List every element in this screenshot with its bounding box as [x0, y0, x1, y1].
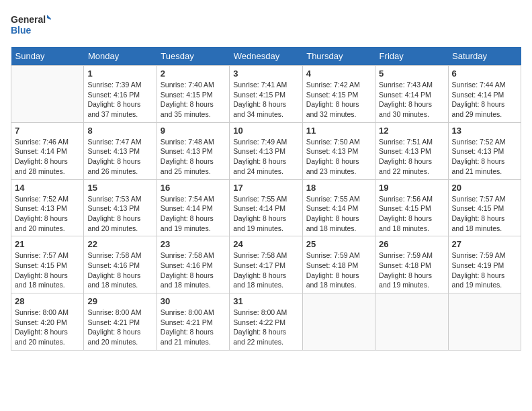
logo: General Blue: [11, 11, 51, 39]
calendar-cell: 6Sunrise: 7:44 AM Sunset: 4:14 PM Daylig…: [448, 66, 521, 123]
calendar-cell: 7Sunrise: 7:46 AM Sunset: 4:14 PM Daylig…: [11, 122, 84, 179]
day-number: 12: [379, 126, 444, 136]
calendar-cell: 14Sunrise: 7:52 AM Sunset: 4:13 PM Dayli…: [11, 179, 84, 236]
calendar-cell: 8Sunrise: 7:47 AM Sunset: 4:13 PM Daylig…: [84, 122, 157, 179]
calendar-cell: 19Sunrise: 7:56 AM Sunset: 4:15 PM Dayli…: [375, 179, 448, 236]
calendar-cell: 17Sunrise: 7:55 AM Sunset: 4:14 PM Dayli…: [230, 179, 302, 236]
svg-text:Blue: Blue: [11, 25, 32, 36]
day-number: 5: [379, 68, 444, 79]
day-info: Sunrise: 7:41 AM Sunset: 4:15 PM Dayligh…: [233, 80, 298, 120]
day-number: 16: [161, 183, 226, 193]
day-number: 1: [87, 68, 152, 79]
day-info: Sunrise: 7:43 AM Sunset: 4:14 PM Dayligh…: [379, 80, 444, 120]
day-info: Sunrise: 7:47 AM Sunset: 4:13 PM Dayligh…: [87, 137, 152, 177]
calendar-week-1: 1Sunrise: 7:39 AM Sunset: 4:16 PM Daylig…: [11, 66, 521, 123]
calendar-cell: 23Sunrise: 7:58 AM Sunset: 4:16 PM Dayli…: [157, 236, 229, 293]
weekday-header-thursday: Thursday: [302, 47, 375, 66]
calendar-cell: 24Sunrise: 7:58 AM Sunset: 4:17 PM Dayli…: [230, 236, 302, 293]
calendar-cell: 5Sunrise: 7:43 AM Sunset: 4:14 PM Daylig…: [375, 66, 448, 123]
day-number: 7: [15, 126, 80, 136]
day-info: Sunrise: 8:00 AM Sunset: 4:21 PM Dayligh…: [87, 308, 152, 347]
calendar-week-2: 7Sunrise: 7:46 AM Sunset: 4:14 PM Daylig…: [11, 122, 521, 179]
calendar-cell: 9Sunrise: 7:48 AM Sunset: 4:13 PM Daylig…: [157, 122, 229, 179]
day-number: 9: [161, 126, 226, 136]
day-info: Sunrise: 7:59 AM Sunset: 4:19 PM Dayligh…: [452, 250, 517, 290]
calendar-cell: [302, 293, 375, 351]
day-number: 20: [452, 183, 517, 193]
calendar-cell: [11, 66, 84, 123]
logo-svg: General Blue: [11, 11, 51, 39]
day-number: 23: [161, 239, 226, 249]
calendar-cell: 3Sunrise: 7:41 AM Sunset: 4:15 PM Daylig…: [230, 66, 302, 123]
calendar-cell: 18Sunrise: 7:55 AM Sunset: 4:14 PM Dayli…: [302, 179, 375, 236]
day-info: Sunrise: 7:58 AM Sunset: 4:16 PM Dayligh…: [87, 250, 152, 290]
calendar-cell: 21Sunrise: 7:57 AM Sunset: 4:15 PM Dayli…: [11, 236, 84, 293]
day-info: Sunrise: 7:51 AM Sunset: 4:13 PM Dayligh…: [379, 137, 444, 177]
day-number: 27: [452, 239, 517, 249]
calendar-cell: 2Sunrise: 7:40 AM Sunset: 4:15 PM Daylig…: [157, 66, 229, 123]
calendar-table: SundayMondayTuesdayWednesdayThursdayFrid…: [11, 47, 521, 351]
calendar-cell: 28Sunrise: 8:00 AM Sunset: 4:20 PM Dayli…: [11, 293, 84, 351]
calendar-week-4: 21Sunrise: 7:57 AM Sunset: 4:15 PM Dayli…: [11, 236, 521, 293]
calendar-cell: 30Sunrise: 8:00 AM Sunset: 4:21 PM Dayli…: [157, 293, 229, 351]
calendar-cell: 4Sunrise: 7:42 AM Sunset: 4:15 PM Daylig…: [302, 66, 375, 123]
day-number: 18: [306, 183, 371, 193]
calendar-cell: [448, 293, 521, 351]
day-info: Sunrise: 8:00 AM Sunset: 4:21 PM Dayligh…: [161, 308, 226, 347]
day-number: 25: [306, 239, 371, 249]
calendar-cell: 1Sunrise: 7:39 AM Sunset: 4:16 PM Daylig…: [84, 66, 157, 123]
day-info: Sunrise: 7:58 AM Sunset: 4:16 PM Dayligh…: [161, 250, 226, 290]
day-info: Sunrise: 7:53 AM Sunset: 4:13 PM Dayligh…: [87, 194, 152, 234]
calendar-cell: 13Sunrise: 7:52 AM Sunset: 4:13 PM Dayli…: [448, 122, 521, 179]
day-info: Sunrise: 7:54 AM Sunset: 4:14 PM Dayligh…: [161, 194, 226, 234]
day-info: Sunrise: 7:58 AM Sunset: 4:17 PM Dayligh…: [233, 250, 298, 290]
day-number: 14: [15, 183, 80, 193]
calendar-cell: 25Sunrise: 7:59 AM Sunset: 4:18 PM Dayli…: [302, 236, 375, 293]
day-info: Sunrise: 7:42 AM Sunset: 4:15 PM Dayligh…: [306, 80, 371, 120]
day-number: 11: [306, 126, 371, 136]
day-info: Sunrise: 7:40 AM Sunset: 4:15 PM Dayligh…: [161, 80, 226, 120]
calendar-cell: 11Sunrise: 7:50 AM Sunset: 4:13 PM Dayli…: [302, 122, 375, 179]
day-info: Sunrise: 7:56 AM Sunset: 4:15 PM Dayligh…: [379, 194, 444, 234]
day-info: Sunrise: 8:00 AM Sunset: 4:20 PM Dayligh…: [15, 308, 80, 347]
day-info: Sunrise: 7:55 AM Sunset: 4:14 PM Dayligh…: [233, 194, 298, 234]
day-info: Sunrise: 7:48 AM Sunset: 4:13 PM Dayligh…: [161, 137, 226, 177]
day-number: 13: [452, 126, 517, 136]
day-number: 2: [161, 68, 226, 79]
weekday-header-sunday: Sunday: [11, 47, 84, 66]
calendar-cell: 27Sunrise: 7:59 AM Sunset: 4:19 PM Dayli…: [448, 236, 521, 293]
calendar-body: 1Sunrise: 7:39 AM Sunset: 4:16 PM Daylig…: [11, 66, 521, 351]
day-info: Sunrise: 7:44 AM Sunset: 4:14 PM Dayligh…: [452, 80, 517, 120]
calendar-cell: 26Sunrise: 7:59 AM Sunset: 4:18 PM Dayli…: [375, 236, 448, 293]
svg-marker-2: [47, 15, 51, 20]
day-number: 4: [306, 68, 371, 79]
day-info: Sunrise: 7:49 AM Sunset: 4:13 PM Dayligh…: [233, 137, 298, 177]
day-info: Sunrise: 7:39 AM Sunset: 4:16 PM Dayligh…: [87, 80, 152, 120]
day-number: 3: [233, 68, 298, 79]
day-info: Sunrise: 7:50 AM Sunset: 4:13 PM Dayligh…: [306, 137, 371, 177]
calendar-cell: 15Sunrise: 7:53 AM Sunset: 4:13 PM Dayli…: [84, 179, 157, 236]
day-info: Sunrise: 7:57 AM Sunset: 4:15 PM Dayligh…: [452, 194, 517, 234]
day-number: 22: [87, 239, 152, 249]
calendar-cell: [375, 293, 448, 351]
calendar-cell: 16Sunrise: 7:54 AM Sunset: 4:14 PM Dayli…: [157, 179, 229, 236]
day-number: 31: [233, 296, 298, 306]
day-info: Sunrise: 7:57 AM Sunset: 4:15 PM Dayligh…: [15, 250, 80, 290]
day-info: Sunrise: 7:52 AM Sunset: 4:13 PM Dayligh…: [452, 137, 517, 177]
weekday-header-monday: Monday: [84, 47, 157, 66]
weekday-header-tuesday: Tuesday: [157, 47, 229, 66]
weekday-header-friday: Friday: [375, 47, 448, 66]
calendar-cell: 31Sunrise: 8:00 AM Sunset: 4:22 PM Dayli…: [230, 293, 302, 351]
calendar-cell: 22Sunrise: 7:58 AM Sunset: 4:16 PM Dayli…: [84, 236, 157, 293]
day-number: 19: [379, 183, 444, 193]
calendar-cell: 10Sunrise: 7:49 AM Sunset: 4:13 PM Dayli…: [230, 122, 302, 179]
day-number: 26: [379, 239, 444, 249]
day-number: 21: [15, 239, 80, 249]
weekday-header-saturday: Saturday: [448, 47, 521, 66]
day-number: 8: [87, 126, 152, 136]
day-info: Sunrise: 7:52 AM Sunset: 4:13 PM Dayligh…: [15, 194, 80, 234]
day-number: 29: [87, 296, 152, 306]
day-number: 15: [87, 183, 152, 193]
calendar-week-5: 28Sunrise: 8:00 AM Sunset: 4:20 PM Dayli…: [11, 293, 521, 351]
day-number: 17: [233, 183, 298, 193]
